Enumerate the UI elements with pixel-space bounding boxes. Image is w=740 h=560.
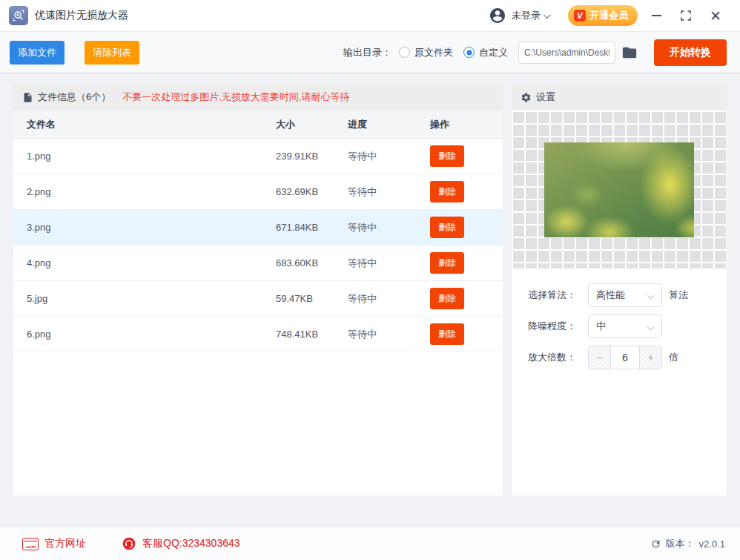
website-icon-text: .com [25,544,36,550]
output-dir-group: 输出目录： 原文件夹 自定义 开始转换 [343,39,727,66]
close-button[interactable]: ✕ [704,5,727,26]
version-value: v2.0.1 [699,538,725,550]
app-logo-icon [9,6,28,25]
scale-stepper: − 6 + [588,346,662,369]
start-convert-button[interactable]: 开始转换 [654,39,727,66]
customer-service-link[interactable]: 客服QQ:3234303643 [122,536,240,551]
table-header: 文件名 大小 进度 操作 [13,111,503,139]
col-size: 大小 [276,118,348,131]
clear-list-button[interactable]: 清除列表 [85,41,139,65]
close-icon: ✕ [710,9,721,23]
transparency-grid [512,111,727,269]
file-size: 683.60KB [276,257,348,269]
denoise-select[interactable]: 中 [588,314,662,338]
scale-decrease-button[interactable]: − [589,346,611,369]
algorithm-value: 高性能 [596,289,625,302]
app-title: 优速图片无损放大器 [35,9,128,22]
radio-custom-circle[interactable] [463,47,475,58]
scale-row: 放大倍数： − 6 + 倍 [528,346,727,369]
minimize-button[interactable] [645,5,667,26]
output-path-input[interactable] [518,42,615,64]
delete-button[interactable]: 删除 [430,323,464,345]
table-row[interactable]: 2.png 632.69KB 等待中 删除 [13,174,503,210]
file-size: 632.69KB [276,186,348,197]
file-name: 5.jpg [13,293,276,304]
file-size: 59.47KB [276,293,348,304]
table-row[interactable]: 5.jpg 59.47KB 等待中 删除 [13,281,503,317]
user-avatar-icon[interactable] [489,7,506,24]
denoise-row: 降噪程度： 中 [528,314,727,338]
radio-original-folder[interactable]: 原文件夹 [399,46,453,59]
scale-value[interactable]: 6 [611,346,639,369]
footer: .com 官方网址 客服QQ:3234303643 版本： v2.0.1 [0,527,740,560]
file-panel-header: 文件信息（6个） 不要一次处理过多图片,无损放大需要时间,请耐心等待 [13,84,503,111]
file-size: 239.91KB [276,151,348,162]
radio-custom-folder[interactable]: 自定义 [463,46,508,59]
chevron-down-icon[interactable] [544,11,551,19]
maximize-button[interactable] [675,5,697,26]
toolbar: 添加文件 清除列表 输出目录： 原文件夹 自定义 开始转换 [0,32,740,73]
file-status: 等待中 [348,257,430,270]
file-status: 等待中 [348,328,430,341]
algorithm-suffix: 算法 [669,289,688,302]
browse-folder-icon[interactable] [621,45,638,61]
delete-button[interactable]: 删除 [430,252,464,274]
file-status: 等待中 [348,150,430,163]
file-action-cell: 删除 [430,145,503,167]
image-preview [544,142,694,237]
scale-suffix: 倍 [669,351,678,364]
algorithm-select[interactable]: 高性能 [588,283,662,307]
file-name: 4.png [13,257,276,269]
radio-original-circle[interactable] [399,47,410,58]
file-action-cell: 删除 [430,252,503,274]
table-row[interactable]: 3.png 671.84KB 等待中 删除 [13,210,503,246]
table-row[interactable]: 1.png 239.91KB 等待中 删除 [13,139,503,174]
file-panel: 文件信息（6个） 不要一次处理过多图片,无损放大需要时间,请耐心等待 文件名 大… [13,84,503,495]
settings-panel-header: 设置 [512,84,727,111]
titlebar-left: 优速图片无损放大器 [9,6,128,25]
delete-button[interactable]: 删除 [430,217,464,238]
file-action-cell: 删除 [430,217,503,238]
file-status: 等待中 [348,292,430,306]
col-progress: 进度 [348,118,430,131]
delete-button[interactable]: 删除 [430,181,464,202]
radio-custom-label: 自定义 [479,46,508,59]
gear-icon [521,92,532,103]
official-website-link[interactable]: .com 官方网址 [22,537,86,550]
file-name: 1.png [13,151,276,162]
file-action-cell: 删除 [430,288,503,309]
scale-increase-button[interactable]: + [639,346,661,369]
file-size: 748.41KB [276,329,348,340]
scale-label: 放大倍数： [528,351,588,364]
login-status[interactable]: 未登录 [512,9,541,22]
titlebar: 优速图片无损放大器 未登录 V 开通会员 ✕ [0,0,740,32]
refresh-icon[interactable] [650,538,661,550]
file-name: 2.png [13,186,276,197]
col-action: 操作 [430,118,503,131]
settings-form: 选择算法： 高性能 算法 降噪程度： 中 放大倍数： [512,269,727,369]
file-warning-text: 不要一次处理过多图片,无损放大需要时间,请耐心等待 [122,90,349,104]
chevron-down-icon [647,292,655,300]
main-content: 文件信息（6个） 不要一次处理过多图片,无损放大需要时间,请耐心等待 文件名 大… [0,73,740,527]
maximize-icon [681,10,691,21]
official-website-label: 官方网址 [44,537,86,550]
open-vip-button[interactable]: V 开通会员 [568,5,638,26]
website-icon: .com [22,538,39,550]
file-table-body: 1.png 239.91KB 等待中 删除 2.png 632.69KB 等待中… [13,139,503,352]
vip-button-label: 开通会员 [589,9,628,22]
algorithm-label: 选择算法： [528,289,588,302]
delete-button[interactable]: 删除 [430,288,464,309]
add-files-button[interactable]: 添加文件 [10,41,65,65]
chevron-down-icon [647,323,655,331]
table-row[interactable]: 6.png 748.41KB 等待中 删除 [13,317,503,352]
file-size: 671.84KB [276,222,348,233]
file-action-cell: 删除 [430,181,503,202]
delete-button[interactable]: 删除 [430,145,464,167]
headset-icon [122,536,136,551]
vip-icon: V [574,10,586,22]
file-name: 6.png [13,329,276,340]
document-icon [22,92,33,103]
table-row[interactable]: 4.png 683.60KB 等待中 删除 [13,246,503,281]
file-status: 等待中 [348,221,430,234]
minimize-icon [652,15,661,16]
